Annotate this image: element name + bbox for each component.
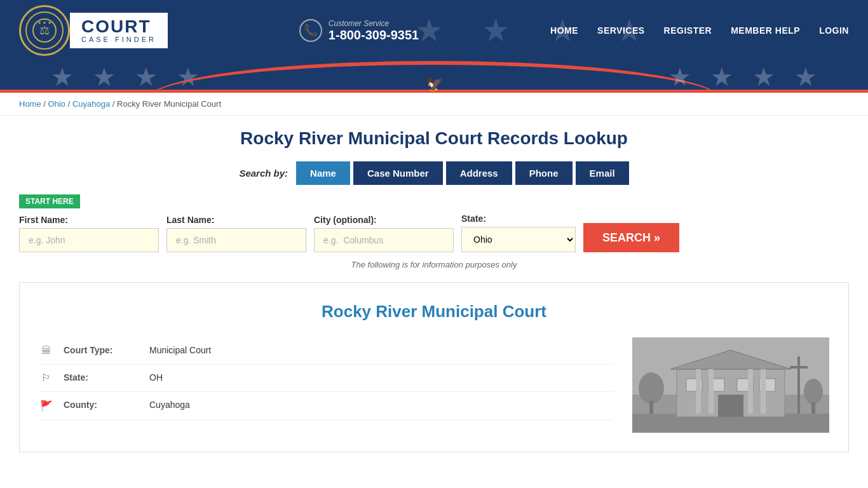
svg-point-21 <box>804 379 823 404</box>
logo-court-label: COURT <box>81 18 156 36</box>
svg-rect-17 <box>797 356 800 414</box>
logo-icon: ⚖ ★ ★ ★ <box>25 11 64 50</box>
deco-star-3: ★ <box>135 62 158 92</box>
tab-phone[interactable]: Phone <box>515 161 573 185</box>
breadcrumb-sep-2: / <box>68 99 72 109</box>
logo-text: COURT CASE FINDER <box>70 13 168 48</box>
county-label: County: <box>64 400 140 410</box>
info-note: The following is for information purpose… <box>19 260 849 269</box>
last-name-input[interactable] <box>166 228 306 252</box>
main-content: Rocky River Municipal Court Records Look… <box>0 116 868 465</box>
svg-rect-22 <box>811 402 815 414</box>
court-type-row: 🏛 Court Type: Municipal Court <box>39 337 613 365</box>
last-name-label: Last Name: <box>166 215 306 225</box>
county-row: 🚩 County: Cuyahoga <box>39 392 613 420</box>
svg-rect-16 <box>761 369 766 414</box>
tab-case-number[interactable]: Case Number <box>353 161 443 185</box>
first-name-label: First Name: <box>19 215 159 225</box>
deco-star-6: ★ <box>710 62 733 92</box>
deco-star-2: ★ <box>93 62 116 92</box>
breadcrumb-ohio[interactable]: Ohio <box>48 99 65 109</box>
state-label: State: <box>461 214 576 224</box>
nav-login[interactable]: LOGIN <box>819 25 849 36</box>
eagle-icon: 🦅 <box>426 76 443 93</box>
city-group: City (optional): <box>314 215 454 252</box>
breadcrumb-current: Rocky River Municipal Court <box>117 99 221 109</box>
breadcrumb-cuyahoga[interactable]: Cuyahoga <box>72 99 110 109</box>
customer-service-phone: 1-800-309-9351 <box>329 28 419 43</box>
city-input[interactable] <box>314 228 454 252</box>
search-button[interactable]: SEARCH » <box>583 223 679 252</box>
breadcrumb: Home / Ohio / Cuyahoga / Rocky River Mun… <box>0 93 868 116</box>
start-here-badge: START HERE <box>19 194 80 208</box>
star-deco-2: ★ <box>482 12 510 49</box>
logo-case-finder-label: CASE FINDER <box>81 36 156 43</box>
state-detail-label: State: <box>64 372 140 383</box>
deco-star-5: ★ <box>668 62 691 92</box>
svg-rect-13 <box>696 369 701 414</box>
svg-point-19 <box>639 372 664 404</box>
header-decoration: ★ ★ ★ ★ 🦅 ★ ★ ★ ★ <box>0 61 868 93</box>
logo-circle: ⚖ ★ ★ ★ <box>19 5 70 56</box>
customer-service: 📞 Customer Service 1-800-309-9351 <box>299 19 419 43</box>
state-select[interactable]: Ohio Alabama Alaska California Florida N… <box>461 227 576 252</box>
court-details: 🏛 Court Type: Municipal Court 🏳 State: O… <box>39 337 613 433</box>
state-detail-value: OH <box>149 372 163 383</box>
nav-services[interactable]: SERVICES <box>597 25 645 36</box>
state-row: 🏳 State: OH <box>39 365 613 392</box>
tab-email[interactable]: Email <box>576 161 629 185</box>
first-name-group: First Name: <box>19 215 159 252</box>
search-by-label: Search by: <box>239 168 288 179</box>
svg-text:⚖: ⚖ <box>39 24 50 37</box>
court-info-title: Rocky River Municipal Court <box>39 302 829 322</box>
county-icon: 🚩 <box>39 400 54 412</box>
tab-address[interactable]: Address <box>446 161 512 185</box>
deco-star-7: ★ <box>752 62 775 92</box>
nav-member-help[interactable]: MEMBER HELP <box>731 25 800 36</box>
logo-area: ⚖ ★ ★ ★ COURT CASE FINDER <box>19 5 168 56</box>
court-image <box>632 337 829 433</box>
site-header: ⚖ ★ ★ ★ COURT CASE FINDER 📞 Customer Ser… <box>0 0 868 61</box>
search-form: First Name: Last Name: City (optional): … <box>19 214 849 252</box>
svg-text:★ ★ ★: ★ ★ ★ <box>37 20 51 25</box>
deco-star-1: ★ <box>51 62 74 92</box>
court-building-svg <box>632 337 829 433</box>
court-info-body: 🏛 Court Type: Municipal Court 🏳 State: O… <box>39 337 829 433</box>
svg-rect-8 <box>718 395 743 417</box>
nav-register[interactable]: REGISTER <box>664 25 712 36</box>
city-label: City (optional): <box>314 215 454 225</box>
phone-icon: 📞 <box>299 19 322 42</box>
customer-service-label: Customer Service <box>329 19 419 28</box>
court-type-label: Court Type: <box>64 345 140 355</box>
svg-rect-14 <box>709 369 714 414</box>
state-icon: 🏳 <box>39 372 54 384</box>
court-info-section: Rocky River Municipal Court 🏛 Court Type… <box>19 282 849 452</box>
deco-star-8: ★ <box>794 62 817 92</box>
last-name-group: Last Name: <box>166 215 306 252</box>
breadcrumb-sep-3: / <box>112 99 117 109</box>
court-type-value: Municipal Court <box>149 345 211 355</box>
svg-rect-15 <box>748 369 753 414</box>
customer-service-text: Customer Service 1-800-309-9351 <box>329 19 419 43</box>
nav-links: HOME SERVICES REGISTER MEMBER HELP LOGIN <box>550 25 849 36</box>
page-title: Rocky River Municipal Court Records Look… <box>19 128 849 149</box>
svg-rect-20 <box>649 401 653 414</box>
court-type-icon: 🏛 <box>39 345 54 356</box>
breadcrumb-home[interactable]: Home <box>19 99 41 109</box>
county-value: Cuyahoga <box>149 400 190 410</box>
star-deco-1: ★ <box>415 12 444 49</box>
svg-rect-18 <box>790 366 808 369</box>
stars-right: ★ ★ ★ ★ <box>668 62 817 92</box>
state-group: State: Ohio Alabama Alaska California Fl… <box>461 214 576 252</box>
breadcrumb-sep-1: / <box>43 99 48 109</box>
nav-home[interactable]: HOME <box>550 25 578 36</box>
first-name-input[interactable] <box>19 228 159 252</box>
search-by-row: Search by: Name Case Number Address Phon… <box>19 161 849 185</box>
tab-name[interactable]: Name <box>296 161 350 185</box>
